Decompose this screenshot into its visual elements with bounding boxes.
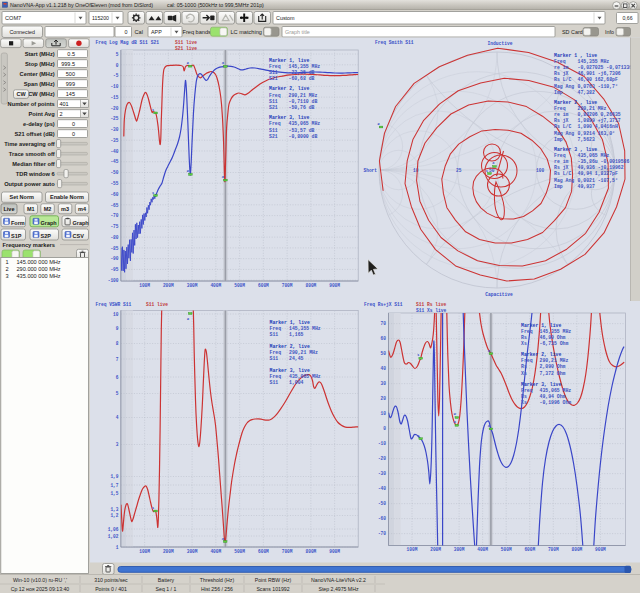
svg-text:1: 1 <box>486 168 489 173</box>
svg-text:Stop (MHz): Stop (MHz) <box>25 61 55 67</box>
svg-text:49,937: 49,937 <box>578 184 595 189</box>
svg-text:999: 999 <box>66 81 75 87</box>
svg-text:S11: S11 <box>270 332 279 337</box>
svg-text:115200: 115200 <box>92 15 109 21</box>
svg-text:S11: S11 <box>270 356 279 361</box>
svg-text:-30: -30 <box>378 471 386 476</box>
svg-text:900M: 900M <box>329 283 340 288</box>
svg-text:Seq 1 / 1: Seq 1 / 1 <box>156 586 177 592</box>
svg-text:Rs L/C: Rs L/C <box>554 124 571 129</box>
svg-text:47,382: 47,382 <box>578 90 595 95</box>
svg-text:Ср 12 ноя 2025 09:13:40: Ср 12 ноя 2025 09:13:40 <box>11 586 70 592</box>
svg-text:S11 live: S11 live <box>175 40 197 45</box>
svg-text:900M: 900M <box>329 549 340 554</box>
svg-text:46,90 162,68pF: 46,90 162,68pF <box>578 77 618 82</box>
svg-text:290,21 MHz: 290,21 MHz <box>289 93 318 98</box>
svg-text:Points 0 / 401: Points 0 / 401 <box>95 586 127 592</box>
svg-text:49,936 -j0,19962: 49,936 -j0,19962 <box>578 165 624 170</box>
svg-text:Freq: Freq <box>270 374 282 379</box>
svg-text:0,0021 -107,5°: 0,0021 -107,5° <box>578 178 618 183</box>
svg-text:Trace smooth off: Trace smooth off <box>9 151 55 157</box>
svg-text:4: 4 <box>116 415 119 420</box>
svg-text:Rs jX: Rs jX <box>554 118 569 123</box>
svg-text:Xs: Xs <box>521 371 527 376</box>
svg-text:Freq: Freq <box>554 153 566 158</box>
svg-text:Threshold (Hz): Threshold (Hz) <box>200 577 235 583</box>
svg-text:500M: 500M <box>234 549 245 554</box>
svg-text:-50,76 dB: -50,76 dB <box>289 105 315 110</box>
svg-text:Graph: Graph <box>73 220 90 226</box>
svg-text:-10: -10 <box>110 84 118 89</box>
svg-text:49,94 Ohm: 49,94 Ohm <box>540 394 566 399</box>
svg-text:S2P: S2P <box>41 233 52 239</box>
svg-text:Median filter off: Median filter off <box>12 161 54 167</box>
svg-text:-6,735 Ohm: -6,735 Ohm <box>540 341 569 346</box>
svg-text:10: 10 <box>381 411 387 416</box>
svg-text:-10: -10 <box>378 441 386 446</box>
svg-text:Marker 1 , live: Marker 1 , live <box>554 53 597 58</box>
svg-text:3: 3 <box>222 60 225 65</box>
svg-text:2: 2 <box>453 419 456 424</box>
svg-text:-50: -50 <box>110 170 118 175</box>
svg-text:2: 2 <box>187 316 190 321</box>
svg-text:0: 0 <box>116 63 119 68</box>
svg-text:2: 2 <box>6 266 9 272</box>
svg-text:100M: 100M <box>407 547 418 552</box>
svg-text:-55: -55 <box>110 181 118 186</box>
svg-text:S21 live: S21 live <box>175 46 197 51</box>
svg-text:0,66: 0,66 <box>622 15 632 21</box>
svg-text:APP: APP <box>151 29 162 35</box>
svg-text:1,7: 1,7 <box>110 483 118 488</box>
svg-text:-45: -45 <box>110 159 118 164</box>
svg-text:Imp: Imp <box>554 137 563 142</box>
svg-text:Form: Form <box>11 220 25 226</box>
svg-text:Freq: Freq <box>554 106 566 111</box>
svg-text:3: 3 <box>6 273 9 279</box>
svg-text:Freq: Freq <box>269 64 281 69</box>
svg-text:S11: S11 <box>269 99 278 104</box>
svg-text:1,9: 1,9 <box>110 474 118 479</box>
svg-text:-25: -25 <box>110 116 118 121</box>
svg-text:700M: 700M <box>282 549 293 554</box>
svg-text:m3: m3 <box>61 206 69 212</box>
svg-text:1,0899 +j7,3717: 1,0899 +j7,3717 <box>578 118 621 123</box>
svg-text:-80: -80 <box>110 235 118 240</box>
svg-text:2: 2 <box>187 168 190 173</box>
svg-text:e-delay (ps): e-delay (ps) <box>23 121 55 127</box>
svg-text:6: 6 <box>116 375 119 380</box>
svg-text:Rs jX: Rs jX <box>554 71 569 76</box>
svg-text:Freq: Freq <box>521 329 533 334</box>
svg-text:1: 1 <box>152 505 155 510</box>
svg-text:Xs: Xs <box>521 341 527 346</box>
svg-text:-100: -100 <box>108 278 119 283</box>
svg-text:800M: 800M <box>305 283 316 288</box>
svg-text:-0,8000 dB: -0,8000 dB <box>289 134 318 139</box>
svg-text:Marker 3, live: Marker 3, live <box>270 368 310 373</box>
svg-text:Marker 2, live: Marker 2, live <box>270 344 310 349</box>
svg-text:3: 3 <box>492 160 495 165</box>
svg-text:1: 1 <box>116 545 119 550</box>
svg-text:1,090 4,0416nH: 1,090 4,0416nH <box>578 124 618 129</box>
svg-text:290.000 000 MHz: 290.000 000 MHz <box>17 266 61 272</box>
svg-text:Set Norm: Set Norm <box>9 194 34 200</box>
svg-text:30: 30 <box>381 381 387 386</box>
svg-text:145,355 MHz: 145,355 MHz <box>289 64 321 69</box>
svg-text:1,3: 1,3 <box>110 507 118 512</box>
svg-text:Inductive: Inductive <box>488 41 513 46</box>
svg-text:Hist 256 / 256: Hist 256 / 256 <box>201 586 233 592</box>
svg-text:Graph title: Graph title <box>285 29 310 35</box>
svg-text:-0,7110 dB: -0,7110 dB <box>289 99 318 104</box>
svg-text:TDR window 6: TDR window 6 <box>16 171 55 177</box>
svg-text:Cal: Cal <box>135 29 143 35</box>
svg-text:CSV: CSV <box>73 233 85 239</box>
svg-text:Freq Log Mag dB S11 S21: Freq Log Mag dB S11 S21 <box>96 40 160 45</box>
svg-text:24,45: 24,45 <box>289 356 304 361</box>
svg-text:Short: Short <box>363 168 377 173</box>
svg-text:S1P: S1P <box>11 233 22 239</box>
svg-text:500: 500 <box>66 71 75 77</box>
svg-text:Freq: Freq <box>554 59 566 64</box>
svg-text:1,004: 1,004 <box>289 380 304 385</box>
svg-text:Freq Smith S11: Freq Smith S11 <box>375 40 414 45</box>
svg-text:Start (MHz): Start (MHz) <box>25 51 55 57</box>
svg-text:-75: -75 <box>110 224 118 229</box>
